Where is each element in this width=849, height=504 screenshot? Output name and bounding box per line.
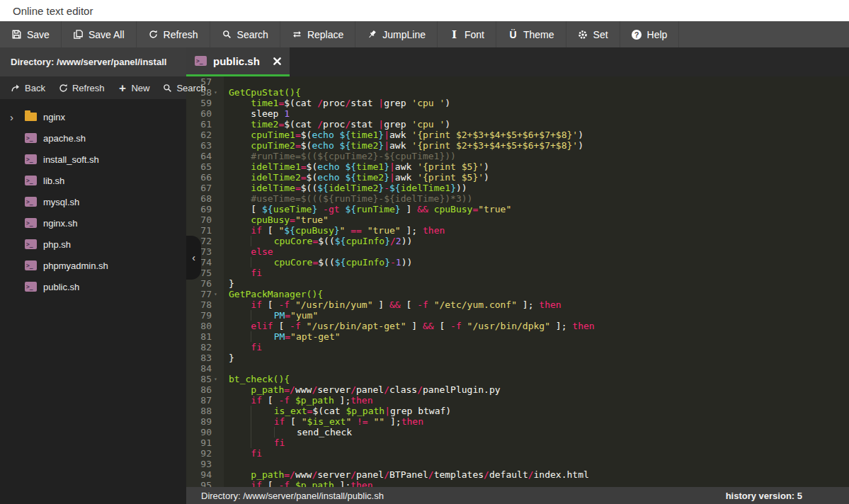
replace-button[interactable]: Replace: [280, 21, 355, 47]
chevron-right-icon[interactable]: ›: [10, 112, 25, 122]
code-line-content[interactable]: PM="yum": [224, 310, 318, 321]
code-editor[interactable]: 5758▾GetCpuStat(){59 time1=$(cat /proc/s…: [186, 76, 849, 487]
save-all-button[interactable]: Save All: [62, 21, 137, 47]
fold-arrow-icon[interactable]: ▾: [212, 289, 224, 299]
gutter: 89: [186, 416, 224, 427]
line-number: 65: [186, 161, 212, 172]
code-line: 71 if [ "${cpuBusy}" == "true" ]; then: [186, 225, 849, 236]
line-number: 95: [186, 480, 212, 487]
file-item-php-sh[interactable]: >_php.sh: [0, 234, 186, 255]
code-line-content[interactable]: if [ "$is_ext" != "" ];then: [224, 416, 423, 427]
sidebar-new-button[interactable]: +New: [110, 83, 156, 93]
sidebar-back-button[interactable]: Back: [4, 83, 52, 93]
save-button[interactable]: Save: [0, 21, 62, 47]
code-line-content[interactable]: [224, 76, 229, 87]
file-item-lib-sh[interactable]: >_lib.sh: [0, 170, 186, 191]
code-line-content[interactable]: if [ -f $p_path ];then: [224, 480, 373, 487]
code-line-content[interactable]: fi: [224, 268, 262, 278]
fold-spacer: [212, 299, 224, 310]
sidebar-collapse-handle[interactable]: ‹: [186, 236, 201, 280]
file-item-nginx-sh[interactable]: >_nginx.sh: [0, 212, 186, 234]
button-label: Help: [647, 29, 668, 40]
code-line: 62 cpuTime1=$(echo ${time1}|awk '{print …: [186, 130, 849, 140]
code-line-content[interactable]: if [ "${cpuBusy}" == "true" ]; then: [224, 225, 445, 236]
app-window: Online text editor SaveSave AllRefreshSe…: [0, 0, 849, 504]
file-item-mysql-sh[interactable]: >_mysql.sh: [0, 191, 186, 212]
shell-file-icon: >_: [25, 197, 37, 207]
fold-spacer: [212, 427, 224, 437]
code-line-content[interactable]: cpuTime1=$(echo ${time1}|awk '{print $2+…: [224, 130, 583, 140]
font-button[interactable]: IFont: [438, 21, 496, 47]
fold-spacer: [212, 384, 224, 395]
code-line: 80 elif [ -f "/usr/bin/apt-get" ] && [ -…: [186, 321, 849, 331]
tab-public-sh[interactable]: >_ public.sh: [186, 47, 290, 76]
jumpline-button[interactable]: JumpLine: [355, 21, 438, 47]
code-line-content[interactable]: GetPackManager(){: [224, 289, 323, 299]
code-line-content[interactable]: fi: [224, 342, 262, 353]
theme-button[interactable]: ÜTheme: [496, 21, 566, 47]
sidebar-search-button[interactable]: Search: [156, 83, 212, 93]
fold-spacer: [212, 480, 224, 487]
code-line-content[interactable]: cpuTime2=$(echo ${time2}|awk '{print $2+…: [224, 140, 583, 151]
code-line-content[interactable]: p_path=/www/server/panel/class/panelPlug…: [224, 384, 501, 395]
code-line-content[interactable]: #useTime=$(((${runTime}-${idelTime})*3)): [224, 193, 472, 204]
close-icon[interactable]: [273, 57, 281, 65]
file-item-nginx[interactable]: ›nginx: [0, 106, 186, 127]
code-line-content[interactable]: cpuCore=$((${cpuInfo}/2)): [224, 236, 412, 246]
code-line-content[interactable]: }: [224, 278, 234, 289]
code-line-content[interactable]: idelTime2=$(echo ${time2}|awk '{print $5…: [224, 172, 489, 183]
sidebar-refresh-button[interactable]: Refresh: [52, 83, 111, 93]
sidebar: Directory: /www/server/panel/install Bac…: [0, 47, 186, 504]
code-line-content[interactable]: fi: [224, 437, 285, 448]
line-number: 78: [186, 299, 212, 310]
fold-spacer: [212, 140, 224, 151]
file-item-apache-sh[interactable]: >_apache.sh: [0, 127, 186, 149]
search-button[interactable]: Search: [210, 21, 280, 47]
file-name: lib.sh: [43, 176, 64, 186]
code-line-content[interactable]: cpuBusy="true": [224, 214, 329, 225]
code-line: 64 #runTime=$((${cpuTime2}-${cpuTime1})): [186, 151, 849, 161]
code-line: 70 cpuBusy="true": [186, 214, 849, 225]
code-line-content[interactable]: idelTime1=$(echo ${time1}|awk '{print $5…: [224, 161, 489, 172]
refresh-button[interactable]: Refresh: [137, 21, 210, 47]
shell-file-icon: >_: [25, 239, 37, 249]
fold-spacer: [212, 437, 224, 448]
code-line-content[interactable]: if [ -f "/usr/bin/yum" ] && [ -f "/etc/y…: [224, 299, 562, 310]
code-line-content[interactable]: send_check: [224, 427, 352, 437]
code-line-content[interactable]: GetCpuStat(){: [224, 87, 301, 98]
code-line-content[interactable]: if [ -f $p_path ];then: [224, 395, 373, 406]
code-line-content[interactable]: [224, 459, 229, 469]
gutter: 80: [186, 321, 224, 331]
code-line-content[interactable]: }: [224, 353, 234, 363]
code-line-content[interactable]: #runTime=$((${cpuTime2}-${cpuTime1})): [224, 151, 456, 161]
line-number: 67: [186, 183, 212, 193]
code-line-content[interactable]: else: [224, 246, 273, 257]
set-button[interactable]: Set: [566, 21, 620, 47]
code-line: 81 PM="apt-get": [186, 331, 849, 342]
code-line-content[interactable]: cpuCore=$((${cpuInfo}-1)): [224, 257, 412, 268]
gutter: 64: [186, 151, 224, 161]
code-line-content[interactable]: elif [ -f "/usr/bin/apt-get" ] && [ -f "…: [224, 321, 595, 331]
code-line-content[interactable]: PM="apt-get": [224, 331, 341, 342]
help-button[interactable]: ?Help: [620, 21, 680, 47]
code-line-content[interactable]: bt_check(){: [224, 374, 290, 384]
file-item-public-sh[interactable]: >_public.sh: [0, 276, 186, 297]
code-line-content[interactable]: sleep 1: [224, 108, 290, 119]
code-line-content[interactable]: time1=$(cat /proc/stat |grep 'cpu '): [224, 98, 450, 108]
code-line-content[interactable]: [ ${useTime} -gt ${runTime} ] && cpuBusy…: [224, 204, 511, 214]
file-item-phpmyadmin-sh[interactable]: >_phpmyadmin.sh: [0, 255, 186, 276]
button-label: Refresh: [164, 29, 198, 40]
fold-arrow-icon[interactable]: ▾: [212, 87, 224, 98]
code-line-content[interactable]: [224, 363, 229, 374]
fold-arrow-icon[interactable]: ▾: [212, 374, 224, 384]
code-line-content[interactable]: time2=$(cat /proc/stat |grep 'cpu '): [224, 119, 450, 130]
code-line: 63 cpuTime2=$(echo ${time2}|awk '{print …: [186, 140, 849, 151]
file-name: nginx: [43, 112, 65, 122]
code-line: 77▾GetPackManager(){: [186, 289, 849, 299]
code-line-content[interactable]: is_ext=$(cat $p_path|grep btwaf): [224, 406, 451, 416]
code-line-content[interactable]: idelTime=$((${idelTime2}-${idelTime1})): [224, 183, 467, 193]
gutter: 66: [186, 172, 224, 183]
file-item-install_soft-sh[interactable]: >_install_soft.sh: [0, 149, 186, 170]
code-line-content[interactable]: fi: [224, 448, 262, 459]
code-line-content[interactable]: p_path=/www/server/panel/BTPanel/templat…: [224, 469, 589, 480]
